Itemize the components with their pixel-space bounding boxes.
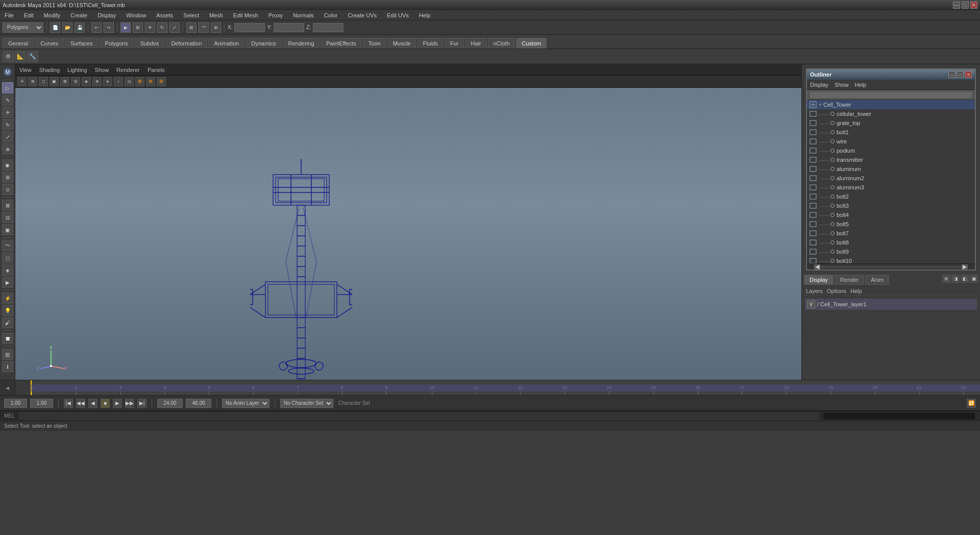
scale-button[interactable]: ⤢ xyxy=(169,22,180,33)
select-tool-button[interactable]: ▶ xyxy=(120,22,131,33)
outliner-scrollbar-horizontal[interactable]: ◀ ▶ xyxy=(807,263,975,270)
playback-jump-end[interactable]: ▶| xyxy=(137,399,146,408)
paint-lt[interactable]: 🖌 xyxy=(2,317,13,328)
shelf-tab-ncloth[interactable]: nCloth xyxy=(488,38,516,48)
outliner-item-cellular-tower[interactable]: —— cellular_tower xyxy=(807,109,975,118)
vp-menu-show[interactable]: Show xyxy=(95,67,109,73)
cmd-input-field[interactable] xyxy=(19,412,819,420)
vp-menu-view[interactable]: View xyxy=(19,67,32,73)
outliner-item-bolt5[interactable]: —— bolt5 xyxy=(807,220,975,229)
outliner-item-bolt7[interactable]: —— bolt7 xyxy=(807,229,975,238)
shelf-tab-muscle[interactable]: Muscle xyxy=(387,38,416,48)
outliner-scroll-left[interactable]: ◀ xyxy=(814,264,820,270)
universal-tool-lt[interactable]: ⊕ xyxy=(2,143,13,155)
scene-info-lt[interactable]: ℹ xyxy=(2,361,13,372)
shelf-tab-subdvs[interactable]: Subdvs xyxy=(135,38,165,48)
shelf-tab-dynamics[interactable]: Dynamics xyxy=(246,38,281,48)
menu-color[interactable]: Color xyxy=(322,11,339,19)
outliner-scroll-track-h[interactable] xyxy=(820,265,962,269)
lasso-lt[interactable]: ⊞ xyxy=(2,172,13,183)
outliner-item-podium[interactable]: —— podium xyxy=(807,146,975,155)
soft-select-lt[interactable]: ◉ xyxy=(2,159,13,171)
curve-lt[interactable]: 〜 xyxy=(2,240,13,251)
menu-createuvs[interactable]: Create UVs xyxy=(346,11,379,19)
menu-normals[interactable]: Normals xyxy=(291,11,316,19)
shelf-tab-animation[interactable]: Animation xyxy=(208,38,244,48)
save-scene-button[interactable]: 💾 xyxy=(75,22,85,33)
playback-anim-layer-select[interactable]: No Anim Layer xyxy=(222,399,270,408)
paint-tool-lt[interactable]: ✎ xyxy=(2,94,13,106)
vp-menu-shading[interactable]: Shading xyxy=(39,67,60,73)
rotate-tool-lt[interactable]: ↻ xyxy=(2,119,13,130)
outliner-item-celltower[interactable]: ▼ Cell_Tower xyxy=(807,100,975,109)
rotate-button[interactable]: ↻ xyxy=(157,22,167,33)
outliner-list[interactable]: ▼ Cell_Tower —— cellular_tower —— xyxy=(807,100,975,263)
outliner-maximize[interactable]: □ xyxy=(957,71,964,78)
close-button[interactable]: ✕ xyxy=(970,2,977,9)
outliner-item-bolt2[interactable]: —— bolt2 xyxy=(807,192,975,201)
vp-tb-12[interactable]: 🔆 xyxy=(135,77,144,86)
outliner-item-bolt3[interactable]: —— bolt3 xyxy=(807,201,975,210)
outliner-menu-show[interactable]: Show xyxy=(835,82,849,88)
menu-edituvs[interactable]: Edit UVs xyxy=(385,11,411,19)
minimize-button[interactable]: — xyxy=(953,2,960,9)
show-manip-lt[interactable]: ⊠ xyxy=(2,200,13,211)
cb-stab-layers[interactable]: Layers xyxy=(806,288,823,294)
shelf-tab-toon[interactable]: Toon xyxy=(363,38,386,48)
paint-select-lt[interactable]: ⊙ xyxy=(2,184,13,195)
snap-grid-button[interactable]: ⊞ xyxy=(186,22,197,33)
rendering-lt[interactable]: 💡 xyxy=(2,305,13,316)
dynamics-lt[interactable]: ⚡ xyxy=(2,293,13,304)
vp-tb-3[interactable]: ◻ xyxy=(39,77,48,86)
outliner-item-aluminum[interactable]: —— aluminum xyxy=(807,164,975,174)
y-input[interactable] xyxy=(274,23,304,32)
playback-back[interactable]: ◀ xyxy=(88,399,97,408)
outliner-item-aluminum2[interactable]: —— aluminum2 xyxy=(807,174,975,183)
redo-button[interactable]: ↪ xyxy=(104,22,114,33)
move-button[interactable]: ✛ xyxy=(145,22,155,33)
menu-file[interactable]: File xyxy=(3,11,16,19)
menu-assets[interactable]: Assets xyxy=(154,11,175,19)
playback-loop[interactable]: 🔁 xyxy=(967,399,976,408)
shelf-tab-fluids[interactable]: Fluids xyxy=(417,38,443,48)
menu-window[interactable]: Window xyxy=(124,11,148,19)
outliner-item-bolt1[interactable]: —— bolt1 xyxy=(807,128,975,137)
playback-stop[interactable]: ■ xyxy=(101,399,110,408)
grid-lt[interactable]: ⊟ xyxy=(2,212,13,223)
select-tool-lt[interactable]: ▷ xyxy=(2,82,13,93)
cb-tab-anim[interactable]: Anim xyxy=(865,275,889,285)
timeline-ruler[interactable]: 12345678910111213141516171819202122 xyxy=(31,380,980,395)
anim-lt[interactable]: ▶ xyxy=(2,277,13,288)
playback-start-frame[interactable] xyxy=(4,399,27,408)
shelf-tab-general[interactable]: General xyxy=(3,38,34,48)
shelf-icon-3[interactable]: 🔧 xyxy=(27,51,38,62)
layer-item-celltower[interactable]: V / Cell_Tower_layer1 xyxy=(805,299,977,310)
timeline-left-arrow[interactable]: ◀ xyxy=(0,380,15,395)
menu-editmesh[interactable]: Edit Mesh xyxy=(231,11,260,19)
new-scene-button[interactable]: 📄 xyxy=(50,22,60,33)
shelf-tab-fur[interactable]: Fur xyxy=(445,38,464,48)
open-scene-button[interactable]: 📂 xyxy=(62,22,72,33)
vp-menu-renderer[interactable]: Renderer xyxy=(116,67,140,73)
menu-modify[interactable]: Modify xyxy=(42,11,62,19)
menu-create[interactable]: Create xyxy=(68,11,89,19)
playback-jump-start[interactable]: |◀ xyxy=(64,399,73,408)
vp-tb-10[interactable]: ○ xyxy=(114,77,123,86)
shelf-tab-painteffects[interactable]: PaintEffects xyxy=(321,38,362,48)
quick-layout-lt[interactable]: ▥ xyxy=(2,349,13,360)
timeline[interactable]: ◀ 12345678910111213141516171819202122 xyxy=(0,380,980,395)
undo-button[interactable]: ↩ xyxy=(91,22,102,33)
cb-toolbar-1[interactable]: ⊞ xyxy=(942,275,950,283)
scale-tool-lt[interactable]: ⤢ xyxy=(2,131,13,142)
menu-edit[interactable]: Edit xyxy=(22,11,36,19)
outliner-menu-display[interactable]: Display xyxy=(810,82,828,88)
vp-menu-lighting[interactable]: Lighting xyxy=(67,67,87,73)
outliner-expand-celltower[interactable]: ▼ xyxy=(818,103,823,107)
vp-tb-13[interactable]: 🔅 xyxy=(146,77,155,86)
cb-tab-render[interactable]: Render xyxy=(835,275,864,285)
vp-tb-5[interactable]: ⊠ xyxy=(60,77,69,86)
outliner-scroll-right[interactable]: ▶ xyxy=(962,264,968,270)
cb-toolbar-4[interactable]: ▣ xyxy=(970,275,978,283)
maximize-button[interactable]: □ xyxy=(962,2,969,9)
outliner-item-bolt9[interactable]: —— bolt9 xyxy=(807,247,975,256)
